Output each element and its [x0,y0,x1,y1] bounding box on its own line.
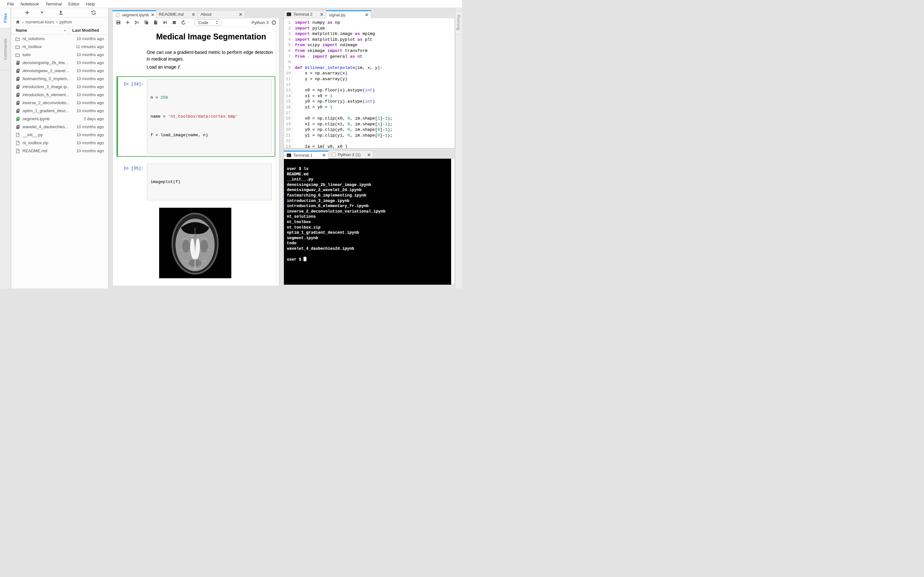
file-name: segment.ipynb [23,116,50,121]
stop-kernel-button[interactable] [172,20,177,25]
file-row[interactable]: nt_solutions10 months ago [11,35,108,43]
run-cell-button[interactable] [162,20,168,25]
home-icon[interactable] [15,19,20,24]
sidebar-tab-commands[interactable]: Commands [0,28,11,70]
breadcrumb-folder[interactable]: python [59,19,72,24]
file-row[interactable]: segment.ipynb2 days ago [11,115,108,123]
file-row[interactable]: denoisingsimp_2b_line...10 months ago [11,59,108,67]
close-icon[interactable] [192,13,195,16]
save-button[interactable] [116,20,121,25]
file-row[interactable]: introduction_6_element...10 months ago [11,91,108,99]
tab-segment-ipynb[interactable]: segment.ipynb [112,10,156,19]
tab-label: About [200,12,237,17]
new-launcher-button[interactable] [24,10,30,16]
notebook-icon [15,60,20,65]
upload-button[interactable] [58,10,64,16]
kernel-indicator: Python 3 [252,20,276,25]
close-icon[interactable] [151,13,154,16]
breadcrumb-folder[interactable]: numerical-tours [25,19,54,24]
editor-tab-bar: Terminal 2 signal.py [284,10,455,18]
menu-help[interactable]: Help [83,2,98,6]
editor-line: 17 [284,110,455,116]
close-icon[interactable] [320,13,323,16]
menu-file[interactable]: File [4,2,17,6]
notebook-active-icon [15,116,20,121]
tab-label: segment.ipynb [122,13,149,17]
sidebar-tab-files[interactable]: Files [0,8,11,28]
file-row[interactable]: todo10 months ago [11,51,108,59]
cell-type-dropdown[interactable]: Code [194,19,222,26]
file-name: README.md [23,148,47,153]
file-modified: 10 months ago [76,60,104,65]
terminal-tab-bar: Terminal 1 Python 3 (1) [284,151,455,159]
file-row[interactable]: nt_toolbox.zip10 months ago [11,139,108,147]
copy-cell-button[interactable] [144,20,149,25]
tab-terminal-2[interactable]: Terminal 2 [284,10,326,18]
file-row[interactable]: inverse_2_deconvolutio...10 months ago [11,99,108,107]
column-header-modified[interactable]: Last Modified [72,28,99,33]
file-modified: 10 months ago [76,148,104,153]
tab-terminal-1[interactable]: Terminal 1 [284,151,328,159]
editor-line: 1import numpy as np [284,20,455,26]
file-modified: 10 months ago [76,52,104,57]
close-icon[interactable] [239,13,242,16]
file-row[interactable]: __init__.py10 months ago [11,131,108,139]
terminal[interactable]: user $ lsREADME.md__init__.pydenoisingsi… [284,159,455,285]
terminal-output: user $ lsREADME.md__init__.pydenoisingsi… [287,166,455,251]
code-cell-35[interactable]: In [35]: imageplot(f) [116,161,275,203]
file-row[interactable]: README.md10 months ago [11,147,108,155]
menu-notebook[interactable]: Notebook [17,2,42,6]
add-cell-button[interactable] [125,20,130,25]
column-header-name[interactable]: Name [16,28,27,33]
column-divider [69,27,69,35]
notebook-scrollbar[interactable] [276,27,279,285]
file-modified: 2 days ago [83,116,104,121]
sidebar-tab-running[interactable]: Running [455,11,462,34]
restart-kernel-button[interactable] [181,20,186,25]
tab-label: Python 3 (1) [338,152,365,157]
cell-code-editor[interactable]: n = 256 name = 'nt_toolbox/data/cortex.b… [147,79,272,154]
menu-editor[interactable]: Editor [65,2,83,6]
terminal-line: denoisingwav_2_wavelet_2d.ipynb [287,187,455,193]
file-row[interactable]: denoisingwav_2_wavel...10 months ago [11,67,108,75]
tab-python-3-console[interactable]: Python 3 (1) [328,151,373,159]
file-row[interactable]: wavelet_4_daubechies...10 months ago [11,123,108,131]
code-cell-34[interactable]: In [34]: n = 256 name = 'nt_toolbox/data… [116,76,275,157]
cut-cell-button[interactable] [134,20,140,25]
file-row[interactable]: fastmarching_0_implem..10 months ago [11,75,108,83]
terminal-scrollbar[interactable] [451,159,455,285]
editor-line: 13 x0 = np.floor(x).astype(int) [284,87,455,93]
tab-about[interactable]: About [198,10,245,18]
kernel-name[interactable]: Python 3 [252,20,268,25]
cell-code-editor[interactable]: imageplot(f) [147,163,272,201]
terminal-icon [286,12,291,17]
file-name: nt_toolbox.zip [23,140,48,145]
tab-label: Terminal 1 [293,153,320,158]
terminal-cursor [304,257,306,261]
left-sidebar-strip: Files Commands [0,8,11,288]
file-row[interactable]: nt_toolbox11 minutes ago [11,43,108,51]
file-name: introduction_6_element... [23,92,69,97]
file-name: denoisingsimp_2b_line... [23,60,68,65]
terminal-line: denoisingsimp_2b_linear_image.ipynb [287,182,455,188]
paste-cell-button[interactable] [153,20,158,25]
editor-line: 5from scipy import ndimage [284,42,455,48]
menu-terminal[interactable]: Terminal [42,2,65,6]
right-sidebar-strip: Running [455,8,462,288]
refresh-button[interactable] [91,10,97,16]
code-editor[interactable]: 1import numpy as np2import pylab3import … [284,18,455,148]
file-row[interactable]: optim_1_gradient_desc...10 months ago [11,107,108,115]
editor-line: 20 y0 = np.clip(y0, 0, im.shape[0]-1); [284,127,455,133]
close-icon[interactable] [322,153,326,157]
file-row[interactable]: introduction_3_image.ip..10 months ago [11,83,108,91]
output-brain-mri-image [159,208,279,278]
new-dropdown-caret[interactable] [39,10,45,16]
close-icon[interactable] [367,153,371,156]
cell-prompt: In [35]: [124,166,144,171]
tab-readme-md[interactable]: README.md [156,10,198,18]
tab-signal-py[interactable]: signal.py [326,10,371,19]
breadcrumb-separator: › [56,19,57,24]
breadcrumb-separator: › [22,19,23,24]
close-icon[interactable] [365,13,368,16]
sort-ascending-icon[interactable] [63,29,67,32]
